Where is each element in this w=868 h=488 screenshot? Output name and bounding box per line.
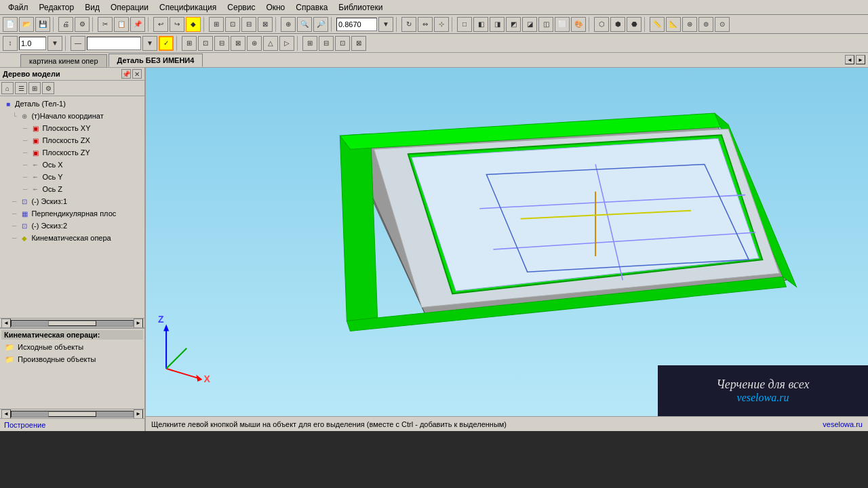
special-btn[interactable]: ◆: [186, 17, 201, 32]
snap4[interactable]: ⊠: [231, 36, 245, 51]
redo-btn[interactable]: ↪: [170, 17, 184, 32]
tree-node-axisx[interactable]: ─ ╾ Ось X: [1, 159, 143, 171]
tree-node-planezy[interactable]: ─ ▣ Плоскость ZY: [1, 146, 143, 159]
rotate-btn[interactable]: ↻: [401, 17, 416, 32]
save-btn[interactable]: 💾: [35, 17, 50, 32]
tree-pin-btn[interactable]: 📌: [121, 69, 131, 79]
tree-filter-btn[interactable]: ⊞: [28, 82, 41, 94]
view-front[interactable]: □: [457, 17, 472, 32]
tree-node-root[interactable]: ■ Деталь (Тел-1): [1, 98, 143, 110]
ref3-btn[interactable]: ⊟: [241, 17, 256, 32]
tab-detail[interactable]: Деталь БЕЗ ИМЕНИ4: [108, 54, 203, 67]
menu-view[interactable]: Вид: [79, 1, 105, 14]
snap1[interactable]: ⊞: [182, 36, 197, 51]
tree-node-sketch2[interactable]: ─ ⊡ (-) Эскиз:2: [1, 220, 143, 232]
new-btn[interactable]: 📄: [3, 17, 18, 32]
tree-node-planexy[interactable]: ─ ▣ Плоскость XY: [1, 122, 143, 134]
tree-node-kinematic[interactable]: ─ ◆ Кинематическая опера: [1, 232, 143, 244]
zoom-drop-btn[interactable]: ▼: [378, 17, 393, 32]
menu-operations[interactable]: Операции: [105, 1, 154, 14]
props-derived-objects[interactable]: 📁 Производные объекты: [1, 353, 143, 365]
print2-btn[interactable]: ⚙: [75, 17, 90, 32]
print-btn[interactable]: 🖨: [58, 17, 73, 32]
tab-kinematics[interactable]: картина кинем опер: [20, 54, 107, 67]
tree-list-btn[interactable]: ☰: [15, 82, 27, 94]
tree-node-planezx[interactable]: ─ ▣ Плоскость ZX: [1, 134, 143, 146]
snap3[interactable]: ⊟: [214, 36, 229, 51]
tree-node-perpplane[interactable]: ─ ▦ Перпендикулярная плос: [1, 207, 143, 220]
props-scroll-track[interactable]: [11, 411, 134, 418]
copy-btn[interactable]: 📋: [114, 17, 129, 32]
extra2-btn[interactable]: ⊚: [698, 17, 713, 32]
menu-help[interactable]: Справка: [290, 1, 333, 14]
tree-node-axisz[interactable]: ─ ╾ Ось Z: [1, 183, 143, 195]
tree-close-btn[interactable]: ✕: [132, 69, 142, 79]
tb2-1[interactable]: ↕: [3, 36, 18, 51]
snap7[interactable]: ▷: [279, 36, 294, 51]
zoom-input[interactable]: [336, 18, 377, 31]
cut-btn[interactable]: ✂: [98, 17, 113, 32]
move-btn[interactable]: ⇔: [418, 17, 433, 32]
zoom-out-btn[interactable]: 🔎: [313, 17, 328, 32]
menu-file[interactable]: Файл: [3, 1, 34, 14]
props-scroll-thumb: [48, 411, 97, 417]
linestyle-drop[interactable]: ▼: [142, 36, 157, 51]
ref4-btn[interactable]: ⊠: [258, 17, 273, 32]
shade-btn[interactable]: ⬢: [610, 17, 625, 32]
view-iso[interactable]: ◪: [522, 17, 537, 32]
view-iso2[interactable]: ◫: [538, 17, 553, 32]
tree-scroll-track[interactable]: [11, 320, 134, 327]
linestyle-btn[interactable]: —: [71, 36, 85, 51]
grid2[interactable]: ⊟: [319, 36, 334, 51]
menu-window[interactable]: Окно: [260, 1, 290, 14]
measure2-btn[interactable]: 📐: [666, 17, 681, 32]
paste-btn[interactable]: 📌: [130, 17, 145, 32]
tree-settings-btn[interactable]: ⚙: [42, 82, 54, 94]
snap2[interactable]: ⊡: [198, 36, 213, 51]
grid4[interactable]: ⊠: [351, 36, 366, 51]
zoom-all-btn[interactable]: ⊕: [281, 17, 296, 32]
tab-nav-left[interactable]: ◄: [845, 55, 854, 64]
props-source-objects[interactable]: 📁 Исходные объекты: [1, 341, 143, 353]
snap6[interactable]: △: [263, 36, 278, 51]
extra3-btn[interactable]: ⊙: [715, 17, 730, 32]
grid1[interactable]: ⊞: [302, 36, 317, 51]
3d-viewport[interactable]: X Z Черчение для всех veselowa.ru Щелкни…: [146, 68, 868, 431]
menu-spec[interactable]: Спецификация: [154, 1, 222, 14]
build-link[interactable]: Построение: [0, 418, 144, 431]
linestyle-input[interactable]: [87, 37, 141, 50]
menu-libraries[interactable]: Библиотеки: [333, 1, 388, 14]
zoom-in-btn[interactable]: 🔍: [297, 17, 312, 32]
props-scroll-left[interactable]: ◄: [1, 409, 11, 419]
tree-scroll-left[interactable]: ◄: [1, 319, 11, 328]
view-persp[interactable]: ⬜: [555, 17, 570, 32]
measure-btn[interactable]: 📏: [650, 17, 665, 32]
shade2-btn[interactable]: ⬣: [627, 17, 642, 32]
apply-btn[interactable]: ✓: [159, 36, 174, 51]
tree-node-origin[interactable]: └ ⊕ (т)Начало координат: [1, 110, 143, 122]
undo-btn[interactable]: ↩: [153, 17, 168, 32]
snap5[interactable]: ⊛: [247, 36, 262, 51]
tree-node-axisy[interactable]: ─ ╾ Ось Y: [1, 171, 143, 183]
linewidth-input[interactable]: [19, 37, 46, 50]
view-back[interactable]: ◧: [473, 17, 488, 32]
tab-nav-right[interactable]: ►: [856, 55, 865, 64]
tree-scroll-right[interactable]: ►: [134, 319, 143, 328]
tree-home-btn[interactable]: ⌂: [1, 82, 14, 94]
view-left[interactable]: ◨: [490, 17, 505, 32]
open-btn[interactable]: 📂: [19, 17, 34, 32]
view-right[interactable]: ◩: [506, 17, 521, 32]
snap-btn[interactable]: ⊹: [434, 17, 449, 32]
wire-btn[interactable]: ⬡: [594, 17, 609, 32]
render-btn[interactable]: 🎨: [571, 17, 586, 32]
statusbar-link[interactable]: veselowa.ru: [823, 420, 863, 428]
grid3[interactable]: ⊡: [335, 36, 350, 51]
tree-node-sketch1[interactable]: ─ ⊡ (-) Эскиз:1: [1, 195, 143, 207]
menu-editor[interactable]: Редактор: [34, 1, 80, 14]
props-scroll-right[interactable]: ►: [134, 409, 143, 419]
ref-btn[interactable]: ⊞: [209, 17, 224, 32]
menu-service[interactable]: Сервис: [222, 1, 260, 14]
ref2-btn[interactable]: ⊡: [225, 17, 240, 32]
extra-btn[interactable]: ⊛: [682, 17, 697, 32]
tb2-drop[interactable]: ▼: [47, 36, 62, 51]
